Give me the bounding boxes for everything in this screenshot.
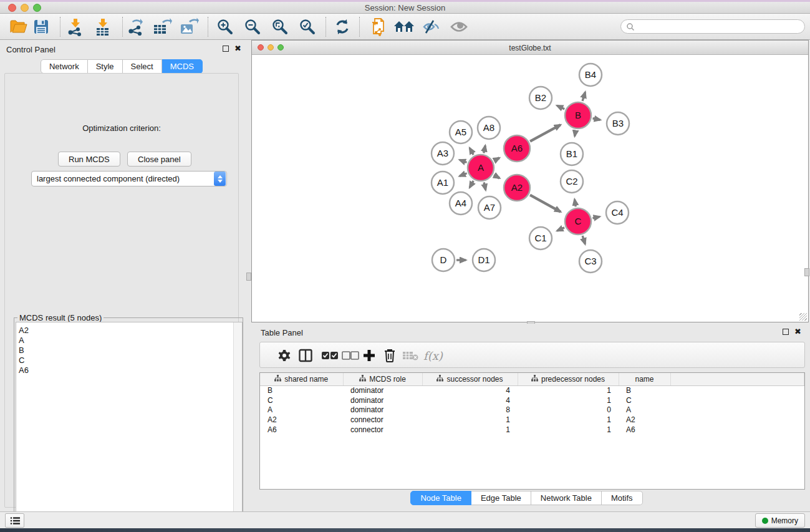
cell-successor-nodes[interactable]: 4 [422,385,518,395]
cell-name[interactable]: B [619,385,670,395]
cell-shared-name[interactable]: B [260,385,343,395]
cell-successor-nodes[interactable]: 1 [422,415,518,425]
copy-network-icon[interactable] [367,16,390,38]
table-row[interactable]: Bdominator41B [260,385,804,395]
graph-edge-B-B4[interactable] [582,92,585,101]
graph-node-b3[interactable]: B3 [607,112,629,135]
delete-column-icon[interactable] [383,342,396,369]
zoom-in-icon[interactable] [213,16,237,38]
cell-successor-nodes[interactable]: 8 [422,405,518,415]
graph-edge-B-B1[interactable] [575,130,576,137]
cell-name[interactable]: C [619,395,670,405]
graph-edge-C-C2[interactable] [574,200,576,207]
graph-edge-B-B2[interactable] [557,105,564,109]
cell-name[interactable]: A [619,405,670,415]
cell-shared-name[interactable]: A6 [260,425,343,435]
graph-node-b2[interactable]: B2 [529,87,552,109]
deselect-all-columns-icon[interactable] [342,342,359,369]
tab-style[interactable]: Style [88,59,123,74]
graph-node-a7[interactable]: A7 [478,196,501,219]
export-image-icon[interactable] [177,16,201,38]
tab-select[interactable]: Select [123,59,162,74]
cell-MCDS-role[interactable]: connector [343,415,422,425]
attribute-table[interactable]: shared nameMCDS rolesuccessor nodesprede… [260,373,804,434]
cell-shared-name[interactable]: A2 [260,415,343,425]
task-history-button[interactable] [5,513,24,528]
zoom-out-icon[interactable] [241,16,264,38]
cell-predecessor-nodes[interactable]: 0 [518,405,619,415]
table-row[interactable]: A2connector11A2 [260,415,804,425]
column-header-MCDS-role[interactable]: MCDS role [343,373,422,385]
graph-edge-A-A5[interactable] [470,148,473,155]
graph-edge-A-A2[interactable] [494,175,499,178]
result-item-a2[interactable]: A2 [19,326,242,336]
import-network-icon[interactable] [63,16,87,38]
table-row[interactable]: A6connector11A6 [260,425,804,435]
save-session-icon[interactable] [29,16,53,38]
graph-edge-A-A6[interactable] [494,158,499,161]
close-panel-icon[interactable]: ✖ [234,46,241,52]
cell-MCDS-role[interactable]: dominator [343,405,422,415]
result-item-b[interactable]: B [19,346,242,355]
graph-edge-A-A8[interactable] [484,145,485,153]
cell-predecessor-nodes[interactable]: 1 [518,415,619,425]
graph-node-a[interactable]: A [468,155,494,181]
cell-shared-name[interactable]: C [260,395,343,405]
network-canvas[interactable]: B4B2BB3A8A5A6A3B1AA1C2A2A4A7CC4C1C3DD1 [252,55,808,322]
mcds-result-list[interactable]: A2ABCA6 [16,322,243,532]
graph-node-a3[interactable]: A3 [432,142,454,165]
tab-network[interactable]: Network [41,59,88,74]
cell-MCDS-role[interactable]: dominator [343,385,422,395]
export-table-icon[interactable] [150,16,174,38]
select-all-columns-icon[interactable] [321,342,339,369]
cell-successor-nodes[interactable]: 1 [422,425,518,435]
graph-node-a5[interactable]: A5 [450,121,472,143]
graph-node-a8[interactable]: A8 [478,117,500,139]
graph-edge-C-C3[interactable] [582,236,585,244]
graph-edge-B-B3[interactable] [593,118,600,120]
cell-name[interactable]: A6 [619,425,670,435]
graph-node-d[interactable]: D [432,249,455,271]
close-panel-button[interactable]: Close panel [127,152,191,167]
result-item-a6[interactable]: A6 [19,365,242,375]
graph-node-a6[interactable]: A6 [504,135,530,162]
table-float-icon[interactable] [783,329,789,335]
tab-motifs[interactable]: Motifs [602,491,643,505]
show-graphics-icon[interactable] [447,16,471,38]
criterion-select[interactable]: largest connected component (directed) [31,171,227,186]
delete-table-icon[interactable] [402,342,418,369]
graph-node-a1[interactable]: A1 [432,172,454,194]
graph-node-a2[interactable]: A2 [504,175,530,201]
hide-graphics-icon[interactable] [419,16,443,38]
open-file-icon[interactable] [7,16,31,38]
memory-button[interactable]: Memory [755,513,805,528]
cell-MCDS-role[interactable]: dominator [343,395,422,405]
cell-name[interactable]: A2 [619,415,670,425]
float-panel-icon[interactable] [223,46,229,52]
graph-node-b1[interactable]: B1 [561,143,583,165]
table-options-icon[interactable] [277,342,291,369]
graph-edge-C-C4[interactable] [592,216,599,218]
show-columns-icon[interactable] [299,342,312,369]
zoom-fit-icon[interactable] [268,16,292,38]
graph-node-c3[interactable]: C3 [579,250,602,273]
graph-edge-C-C1[interactable] [557,228,564,231]
refresh-icon[interactable] [330,16,354,38]
graph-edge-A2-C[interactable] [530,195,561,212]
cell-MCDS-role[interactable]: connector [343,425,422,435]
cell-shared-name[interactable]: A [260,405,343,415]
graph-node-b4[interactable]: B4 [579,64,602,86]
cell-predecessor-nodes[interactable]: 1 [518,425,619,435]
zoom-selected-icon[interactable] [296,16,319,38]
search-input[interactable] [620,19,805,34]
graph-node-d1[interactable]: D1 [473,249,495,271]
result-item-a[interactable]: A [19,336,242,346]
graph-edge-A-A4[interactable] [470,181,473,188]
tab-node-table[interactable]: Node Table [410,491,471,505]
add-column-icon[interactable] [363,342,375,369]
graph-node-c4[interactable]: C4 [606,201,629,224]
cell-successor-nodes[interactable]: 4 [422,395,518,405]
run-mcds-button[interactable]: Run MCDS [58,152,120,167]
import-table-icon[interactable] [90,16,114,38]
graph-node-b[interactable]: B [565,102,591,128]
